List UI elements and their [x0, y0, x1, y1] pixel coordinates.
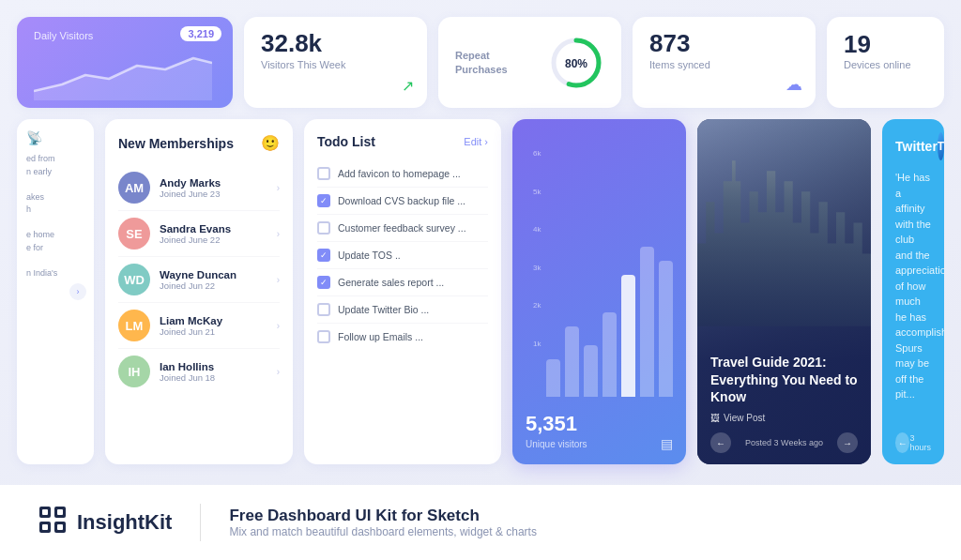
bar-chart-icon: ▤: [661, 436, 673, 451]
member-name-5: Ian Hollins: [160, 361, 267, 372]
view-post-label[interactable]: View Post: [724, 413, 765, 423]
bottom-content-row: 📡 ed fromn earlyakeshe homee forn India'…: [0, 108, 961, 464]
todo-item-3[interactable]: Customer feedback survey ...: [317, 215, 488, 242]
todo-item-2[interactable]: ✓ Download CVS backup file ...: [317, 188, 488, 215]
brand-tagline: Free Dashboard UI Kit for Sketch Mix and…: [229, 507, 537, 538]
travel-next-button[interactable]: →: [837, 432, 858, 453]
bar-7: [659, 261, 673, 397]
member-item-5[interactable]: IH Ian Hollins Joined Jun 18 ›: [118, 349, 280, 394]
member-info-2: Sandra Evans Joined June 22: [160, 223, 267, 245]
todo-edit-button[interactable]: Edit ›: [464, 136, 488, 147]
twitter-prev-button[interactable]: ←: [895, 432, 909, 453]
member-date-3: Joined Jun 22: [160, 280, 267, 291]
chart-bottom: 5,351 Unique visitors ▤: [526, 412, 673, 451]
member-chevron-4: ›: [277, 321, 280, 331]
todo-text-1: Add favicon to homepage ...: [338, 168, 461, 179]
member-item-4[interactable]: LM Liam McKay Joined Jun 21 ›: [118, 303, 280, 349]
visitors-week-number: 32.8k: [261, 30, 410, 57]
chart-card: 6k 5k 4k 3k 2k 1k 5,351: [512, 119, 686, 464]
todo-item-7[interactable]: Follow up Emails ...: [317, 324, 488, 350]
member-chevron-1: ›: [277, 183, 280, 193]
todo-text-5: Generate sales report ...: [338, 277, 444, 288]
member-chevron-3: ›: [277, 275, 280, 285]
todo-checkbox-2[interactable]: ✓: [317, 194, 330, 207]
todo-item-6[interactable]: Update Twitter Bio ...: [317, 296, 488, 324]
travel-footer: ← Posted 3 Weeks ago →: [710, 432, 858, 453]
article-snippet-card: 📡 ed fromn earlyakeshe homee forn India'…: [17, 119, 94, 464]
todo-item-4[interactable]: ✓ Update TOS ..: [317, 242, 488, 269]
member-item[interactable]: AM Andy Marks Joined June 23 ›: [118, 165, 280, 211]
todo-text-4: Update TOS ..: [338, 250, 401, 261]
twitter-avatar: T: [938, 132, 944, 160]
travel-view-post[interactable]: 🖼 View Post: [710, 413, 858, 423]
bar-2: [565, 326, 579, 397]
travel-title: Travel Guide 2021: Everything You Need t…: [710, 354, 858, 405]
brand-name: InsightKit: [77, 510, 172, 535]
todo-text-7: Follow up Emails ...: [338, 331, 423, 342]
member-avatar-2: SE: [118, 218, 150, 250]
memberships-card: New Memberships 🙂 AM Andy Marks Joined J…: [105, 119, 293, 464]
bar-4: [603, 312, 617, 397]
bar-6: [640, 247, 654, 397]
twitter-title: Twitter: [895, 139, 938, 154]
member-name-4: Liam McKay: [160, 315, 267, 326]
member-avatar-5: IH: [118, 356, 150, 387]
twitter-time: 3 hours: [909, 433, 931, 452]
todo-checkbox-3[interactable]: [317, 221, 330, 235]
todo-header: Todo List Edit ›: [317, 134, 488, 149]
travel-content: Travel Guide 2021: Everything You Need t…: [697, 342, 871, 464]
member-name-1: Andy Marks: [160, 177, 267, 189]
brand-icon: [38, 505, 68, 541]
devices-online-card: 19 Devices online: [827, 17, 944, 108]
todo-card: Todo List Edit › Add favicon to homepage…: [304, 119, 501, 464]
brand-divider: [200, 504, 201, 541]
repeat-purchases-info: RepeatPurchases: [455, 49, 535, 76]
brand-tagline-sub: Mix and match beautiful dashboard elemen…: [229, 525, 537, 538]
rss-icon: 📡: [26, 130, 84, 145]
memberships-header: New Memberships 🙂: [118, 134, 280, 152]
member-chevron-2: ›: [277, 229, 280, 239]
repeat-purchases-card: RepeatPurchases 80%: [438, 17, 621, 108]
visitors-chart: [34, 49, 216, 104]
member-avatar-3: WD: [118, 264, 150, 295]
member-date-4: Joined Jun 21: [160, 326, 267, 337]
todo-text-6: Update Twitter Bio ...: [338, 304, 429, 315]
svg-rect-10: [57, 524, 63, 530]
todo-text-2: Download CVS backup file ...: [338, 195, 465, 206]
todo-text-3: Customer feedback survey ...: [338, 222, 466, 234]
todo-checkbox-7[interactable]: [317, 330, 330, 343]
member-avatar-4: LM: [118, 310, 150, 341]
member-info-4: Liam McKay Joined Jun 21: [160, 315, 267, 337]
article-nav-chevron[interactable]: ›: [69, 283, 86, 300]
member-info-1: Andy Marks Joined June 23: [160, 177, 267, 199]
todo-checkbox-6[interactable]: [317, 303, 330, 316]
twitter-text: 'He has a affinity with the club and the…: [895, 170, 931, 402]
visitors-week-label: Visitors This Week: [261, 59, 410, 70]
bar-5: [621, 275, 635, 397]
article-text: ed fromn earlyakeshe homee forn India's: [26, 153, 84, 280]
travel-post-info: Posted 3 Weeks ago: [745, 438, 823, 447]
member-item-3[interactable]: WD Wayne Duncan Joined Jun 22 ›: [118, 257, 280, 303]
member-name-2: Sandra Evans: [160, 223, 267, 235]
chart-bars: [526, 247, 673, 404]
todo-checkbox-4[interactable]: ✓: [317, 249, 330, 262]
chart-yaxis: 6k 5k 4k 3k 2k 1k: [533, 149, 541, 348]
todo-item-1[interactable]: Add favicon to homepage ...: [317, 160, 488, 188]
chart-label-row: Unique visitors ▤: [526, 436, 673, 451]
daily-visitors-card: Daily Visitors 3,219: [17, 17, 233, 108]
member-avatar-1: AM: [118, 172, 150, 204]
cloud-icon: ☁: [786, 74, 802, 95]
items-synced-number: 873: [649, 30, 799, 57]
member-info-5: Ian Hollins Joined Jun 18: [160, 361, 267, 383]
items-synced-card: 873 Items synced ☁: [633, 17, 816, 108]
main-wrapper: Daily Visitors 3,219 32.8k Visitors This…: [0, 0, 961, 560]
travel-prev-button[interactable]: ←: [710, 432, 731, 453]
todo-item-5[interactable]: ✓ Generate sales report ...: [317, 269, 488, 296]
todo-checkbox-5[interactable]: ✓: [317, 276, 330, 289]
smile-icon: 🙂: [261, 134, 280, 152]
todo-checkbox-1[interactable]: [317, 167, 330, 180]
member-name-3: Wayne Duncan: [160, 269, 267, 280]
repeat-label: RepeatPurchases: [455, 49, 535, 76]
devices-label: Devices online: [844, 59, 927, 70]
member-item-2[interactable]: SE Sandra Evans Joined June 22 ›: [118, 211, 280, 257]
